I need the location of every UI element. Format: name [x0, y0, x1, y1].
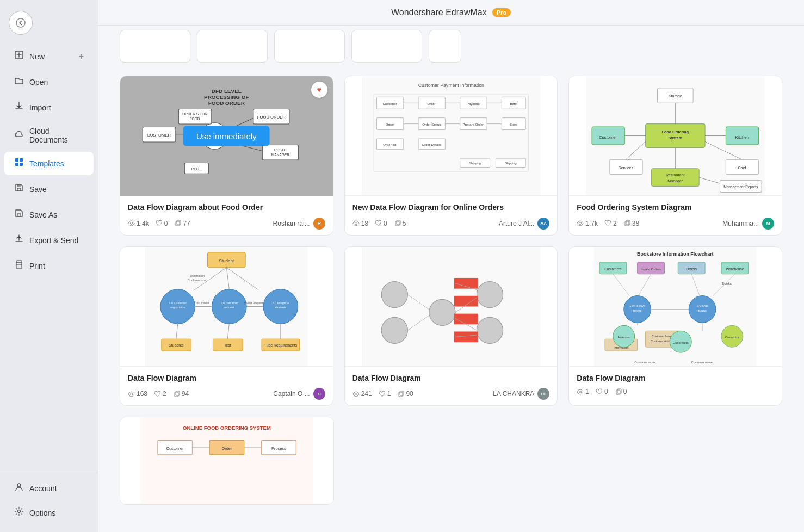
svg-rect-73	[397, 220, 400, 225]
sidebar-item-new[interactable]: New +	[4, 45, 94, 68]
views-stat: 168	[128, 390, 147, 398]
card-thumbnail: ONLINE FOOD ORDERING SYSTEM Customer Ord…	[120, 417, 333, 504]
back-button[interactable]	[9, 11, 33, 35]
likes-stat: 0	[596, 388, 608, 395]
card-title: Food Ordering System Diagram	[577, 202, 774, 213]
strip-card[interactable]	[197, 30, 268, 63]
sidebar-bottom: Account Options	[0, 471, 98, 525]
card-info: Food Ordering System Diagram 1.7k 2 3	[569, 196, 782, 235]
card-title: Data Flow Diagram	[128, 373, 325, 384]
svg-rect-72	[395, 221, 399, 226]
strip-card[interactable]	[274, 30, 345, 63]
card-thumbnail: Customer Payment Information Customer Or…	[345, 76, 558, 196]
svg-text:Student: Student	[219, 258, 234, 263]
svg-text:Books: Books	[633, 309, 641, 312]
copies-stat: 94	[173, 390, 189, 398]
svg-text:Payment: Payment	[467, 102, 480, 106]
svg-text:Kitchen: Kitchen	[735, 135, 750, 140]
card-author: Captain O ... C	[273, 388, 325, 400]
svg-rect-194	[616, 390, 620, 394]
sidebar-item-options[interactable]: Options	[4, 501, 94, 524]
strip-card[interactable]	[351, 30, 422, 63]
svg-text:Management Reports: Management Reports	[724, 185, 759, 189]
svg-text:Bank: Bank	[510, 102, 518, 106]
svg-rect-7	[17, 184, 20, 186]
svg-rect-9	[16, 265, 22, 268]
card-meta: 1.4k 0 77 Roshan rai... R	[128, 218, 325, 230]
views-stat: 1.4k	[128, 220, 149, 227]
sidebar-item-import[interactable]: Import	[4, 96, 94, 119]
template-card[interactable]: DFD LEVEL PROCESSING OF FOOD ORDER CUSTO…	[120, 76, 333, 236]
template-card[interactable]: Customer Kitchen Food Ordering System Se…	[568, 76, 782, 236]
card-author: Roshan rai... R	[273, 218, 325, 230]
template-card[interactable]: Data Flow Diagram 241 1 90	[344, 246, 558, 406]
sidebar-item-cloud[interactable]: Cloud Documents	[4, 121, 94, 150]
cloud-icon	[14, 129, 24, 142]
heart-button[interactable]: ♥	[311, 82, 327, 98]
template-card-partial[interactable]: ONLINE FOOD ORDERING SYSTEM Customer Ord…	[120, 417, 334, 505]
templates-icon	[14, 157, 24, 170]
svg-text:Order: Order	[427, 102, 435, 106]
svg-text:Books: Books	[698, 309, 707, 312]
sidebar-item-export[interactable]: Export & Send	[4, 228, 94, 252]
author-avatar: M	[762, 218, 774, 230]
sidebar-item-saveas[interactable]: Save As	[4, 203, 94, 226]
svg-text:Storage: Storage	[669, 94, 682, 98]
svg-text:REC...: REC...	[191, 167, 202, 171]
svg-point-71	[355, 222, 357, 225]
svg-text:request: request	[224, 306, 234, 309]
sidebar-item-label: Options	[29, 509, 55, 517]
svg-text:MANAGER: MANAGER	[271, 153, 290, 157]
svg-text:Tube Requirements: Tube Requirements	[264, 343, 297, 348]
card-meta: 168 2 94 Captain O ... C	[128, 388, 325, 400]
svg-text:ORDER S FOR: ORDER S FOR	[182, 112, 207, 116]
card-info: Data Flow Diagram 1 0 0	[569, 367, 782, 401]
card-meta: 1 0 0	[577, 388, 774, 395]
options-icon	[14, 506, 24, 519]
card-thumbnail: Customer Kitchen Food Ordering System Se…	[569, 76, 782, 196]
svg-text:Order: Order	[386, 123, 394, 126]
svg-text:DFD LEVEL: DFD LEVEL	[212, 88, 242, 94]
app-header: Wondershare EdrawMax Pro	[98, 0, 804, 26]
svg-text:Chef: Chef	[738, 166, 746, 170]
sidebar-item-label: Templates	[29, 159, 64, 168]
svg-text:FOOD ORDER: FOOD ORDER	[257, 115, 286, 120]
empty-space	[345, 417, 558, 505]
svg-text:Store: Store	[510, 123, 518, 126]
views-stat: 1.7k	[577, 220, 598, 227]
template-card[interactable]: Bookstore Information Flowchart Customer…	[568, 246, 782, 406]
svg-text:PROCESSING OF: PROCESSING OF	[204, 94, 249, 100]
save-icon	[14, 183, 24, 195]
empty-space	[569, 417, 782, 505]
svg-text:Customer: Customer	[599, 135, 617, 140]
copies-stat: 77	[174, 220, 190, 227]
card-thumbnail: DFD LEVEL PROCESSING OF FOOD ORDER CUSTO…	[120, 76, 333, 196]
sidebar-item-open[interactable]: Open	[4, 70, 94, 94]
likes-stat: 2	[604, 220, 617, 227]
card-meta: 18 0 5 Arturo J Al... AA	[352, 218, 550, 230]
svg-point-0	[16, 18, 25, 27]
use-immediately-button[interactable]: Use immediately	[183, 126, 270, 146]
sidebar-item-print[interactable]: Print	[4, 254, 94, 277]
svg-text:Confirmations: Confirmations	[188, 278, 206, 281]
template-card[interactable]: Student 1.0 Customer registration 2.0 da…	[120, 246, 333, 406]
pro-badge: Pro	[492, 8, 511, 17]
strip-card[interactable]	[429, 30, 461, 63]
svg-rect-195	[617, 389, 621, 393]
card-thumbnail	[345, 247, 558, 367]
author-avatar: LC	[537, 388, 549, 400]
svg-point-11	[17, 484, 21, 487]
views-stat: 241	[352, 390, 372, 398]
svg-rect-144	[454, 313, 478, 324]
sidebar-item-save[interactable]: Save	[4, 177, 94, 201]
svg-text:Shipping: Shipping	[505, 162, 516, 165]
strip-card[interactable]	[120, 30, 190, 63]
sidebar-item-templates[interactable]: Templates	[4, 152, 94, 175]
svg-point-139	[429, 299, 455, 325]
sidebar-item-account[interactable]: Account	[4, 477, 94, 500]
svg-text:Order: Order	[222, 447, 232, 451]
template-card[interactable]: Customer Payment Information Customer Or…	[344, 76, 558, 236]
svg-rect-154	[400, 391, 404, 395]
sidebar-item-label: Cloud Documents	[29, 127, 84, 144]
card-meta: 1.7k 2 38 Muhamma... M	[577, 218, 774, 230]
